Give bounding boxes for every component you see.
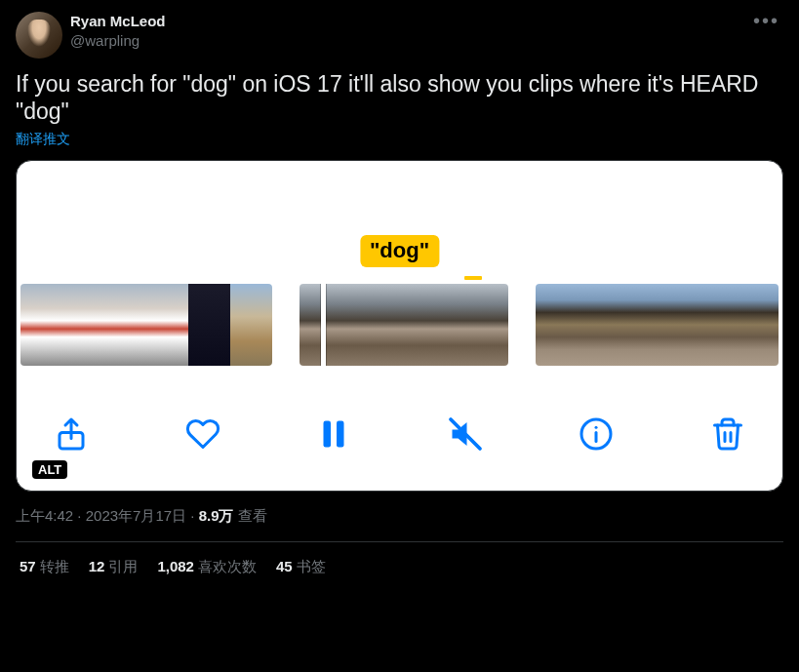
- share-icon[interactable]: [54, 416, 89, 452]
- clip-group-3[interactable]: [536, 284, 779, 366]
- mute-icon[interactable]: [448, 416, 483, 452]
- thumbnail: [104, 284, 146, 366]
- search-tooltip: "dog": [360, 235, 439, 267]
- display-name: Ryan McLeod: [70, 12, 741, 31]
- thumbnail: [62, 284, 104, 366]
- thumbnail: [617, 284, 658, 366]
- clip-group-2[interactable]: [300, 284, 508, 366]
- thumbnail: [352, 284, 405, 366]
- thumbnail: [577, 284, 618, 366]
- heart-icon[interactable]: [185, 416, 220, 452]
- svg-rect-2: [337, 421, 344, 448]
- views-label: 查看: [234, 507, 267, 524]
- thumbnail: [20, 284, 62, 366]
- thumbnail: [188, 284, 230, 366]
- info-icon[interactable]: [579, 416, 614, 452]
- avatar[interactable]: [16, 12, 62, 59]
- author-block[interactable]: Ryan McLeod @warpling: [70, 12, 741, 51]
- clip-group-1[interactable]: [20, 284, 272, 366]
- views-count: 8.9万: [199, 507, 234, 524]
- translate-link[interactable]: 翻译推文: [16, 131, 783, 148]
- handle: @warpling: [70, 31, 741, 51]
- tweet-container: Ryan McLeod @warpling ••• If you search …: [0, 0, 799, 588]
- audio-marker: [464, 276, 482, 280]
- pause-icon[interactable]: [316, 416, 351, 452]
- svg-rect-1: [324, 421, 332, 448]
- timestamp[interactable]: 上午4:42: [16, 507, 73, 524]
- stats-row: 57 转推 12 引用 1,082 喜欢次数 45 书签: [16, 542, 783, 576]
- thumbnail: [404, 284, 457, 366]
- thumbnail: [658, 284, 699, 366]
- thumbnail: [146, 284, 188, 366]
- video-timeline[interactable]: [17, 284, 782, 366]
- media-attachment[interactable]: "dog": [16, 160, 783, 492]
- tweet-header: Ryan McLeod @warpling •••: [16, 12, 783, 59]
- media-toolbar: [17, 405, 782, 463]
- svg-point-6: [595, 426, 598, 429]
- alt-badge[interactable]: ALT: [32, 460, 67, 479]
- thumbnail: [698, 284, 739, 366]
- trash-icon[interactable]: [710, 416, 745, 452]
- likes-stat[interactable]: 1,082 喜欢次数: [157, 558, 257, 576]
- thumbnail: [457, 284, 509, 366]
- more-options-button[interactable]: •••: [749, 12, 783, 29]
- thumbnail: [739, 284, 779, 366]
- tweet-text: If you search for "dog" on iOS 17 it'll …: [16, 70, 783, 125]
- thumbnail: [230, 284, 272, 366]
- quotes-stat[interactable]: 12 引用: [89, 558, 139, 576]
- retweets-stat[interactable]: 57 转推: [20, 558, 69, 576]
- playhead[interactable]: [321, 284, 326, 366]
- bookmarks-stat[interactable]: 45 书签: [276, 558, 326, 576]
- thumbnail: [536, 284, 577, 366]
- date[interactable]: 2023年7月17日: [86, 507, 186, 524]
- tweet-meta: 上午4:42 · 2023年7月17日 · 8.9万 查看: [16, 507, 783, 526]
